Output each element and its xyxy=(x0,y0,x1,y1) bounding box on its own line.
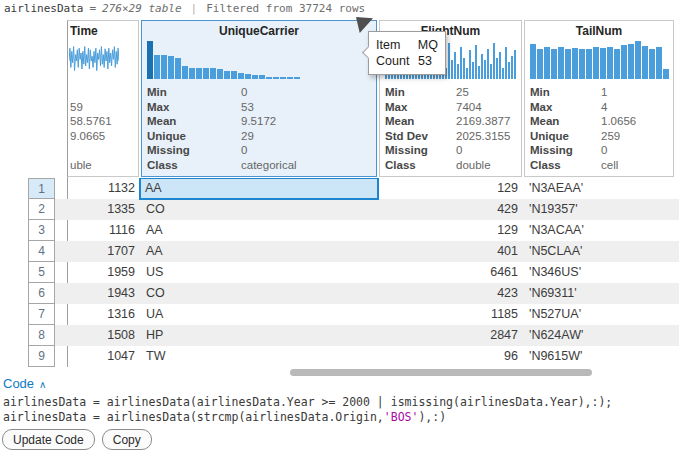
row-number[interactable]: 3 xyxy=(28,220,55,241)
histogram-bar[interactable] xyxy=(508,62,510,79)
histogram-bar[interactable] xyxy=(168,56,174,79)
histogram-bar[interactable] xyxy=(614,49,620,79)
histogram-bar[interactable] xyxy=(454,52,456,79)
cell-time[interactable]: 1316 xyxy=(67,304,139,325)
selected-cell-uniquecarrier[interactable]: AA xyxy=(139,178,379,200)
cell-uniquecarrier[interactable]: AA xyxy=(141,220,377,241)
cell-flightnum[interactable]: 6461 xyxy=(379,262,520,283)
histogram-bar[interactable] xyxy=(469,50,471,79)
histogram-bar[interactable] xyxy=(252,75,258,79)
histogram-bar[interactable] xyxy=(245,74,251,79)
copy-button[interactable]: Copy xyxy=(102,429,152,450)
row-number[interactable]: 2 xyxy=(28,199,55,220)
cell-uniquecarrier[interactable]: UA xyxy=(141,304,377,325)
row-number[interactable]: 9 xyxy=(28,346,55,367)
histogram-bar[interactable] xyxy=(189,68,195,79)
histogram-bar[interactable] xyxy=(663,69,669,79)
cell-time[interactable]: 1047 xyxy=(67,346,139,367)
histogram-bar[interactable] xyxy=(505,47,507,79)
cell-time[interactable]: 1335 xyxy=(67,199,139,220)
cell-tailnum[interactable]: 'N9615W' xyxy=(523,346,673,367)
row-number[interactable]: 5 xyxy=(28,262,55,283)
cell-time[interactable]: 1508 xyxy=(67,325,139,346)
cell-flightnum[interactable]: 2847 xyxy=(379,325,520,346)
histogram-bar[interactable] xyxy=(280,77,286,79)
histogram-bar[interactable] xyxy=(499,52,501,79)
row-number[interactable]: 6 xyxy=(28,283,55,304)
histogram-bar[interactable] xyxy=(551,49,557,79)
histogram-bar[interactable] xyxy=(493,43,495,79)
row-number[interactable]: 4 xyxy=(28,241,55,262)
histogram-bar[interactable] xyxy=(259,75,265,79)
histogram-bar[interactable] xyxy=(656,47,662,79)
histogram-bar[interactable] xyxy=(448,43,450,79)
histogram-bar[interactable] xyxy=(628,44,634,79)
histogram-bar[interactable] xyxy=(224,71,230,79)
histogram-bar[interactable] xyxy=(649,49,655,79)
histogram-bar[interactable] xyxy=(147,41,153,79)
histogram-bar[interactable] xyxy=(175,58,181,79)
update-code-button[interactable]: Update Code xyxy=(2,429,95,450)
cell-time[interactable]: 1116 xyxy=(67,220,139,241)
histogram-bar[interactable] xyxy=(572,48,578,79)
histogram-bar[interactable] xyxy=(511,56,513,79)
cell-time[interactable]: 1959 xyxy=(67,262,139,283)
histogram-bar[interactable] xyxy=(635,41,641,79)
cell-uniquecarrier[interactable]: US xyxy=(141,262,377,283)
cell-flightnum[interactable]: 96 xyxy=(379,346,520,367)
histogram-bar[interactable] xyxy=(475,45,477,79)
histogram-bar[interactable] xyxy=(154,55,160,79)
column-header-uniquecarrier[interactable]: UniqueCarrier Min0Max53Mean9.5172Unique2… xyxy=(141,20,377,177)
histogram-bar[interactable] xyxy=(502,68,504,79)
cell-tailnum[interactable]: 'N3AEAA' xyxy=(523,178,673,199)
cell-uniquecarrier[interactable]: AA xyxy=(141,241,377,262)
histogram-bar[interactable] xyxy=(182,66,188,79)
histogram-bar[interactable] xyxy=(463,58,465,79)
cell-flightnum[interactable]: 129 xyxy=(379,178,520,199)
row-number[interactable]: 7 xyxy=(28,304,55,325)
histogram-bar[interactable] xyxy=(478,66,480,79)
histogram-bar[interactable] xyxy=(484,60,486,79)
cell-tailnum[interactable]: 'N3ACAA' xyxy=(523,220,673,241)
cell-uniquecarrier[interactable]: TW xyxy=(141,346,377,367)
histogram-bar[interactable] xyxy=(196,68,202,79)
histogram-bar[interactable] xyxy=(481,54,483,79)
histogram-bar[interactable] xyxy=(544,47,550,79)
code-section-toggle[interactable]: Code∧ xyxy=(3,376,46,391)
histogram-bar[interactable] xyxy=(217,69,223,79)
histogram-bar[interactable] xyxy=(496,58,498,79)
histogram-bar[interactable] xyxy=(586,49,592,79)
histogram-bar[interactable] xyxy=(294,77,300,79)
row-number[interactable]: 1 xyxy=(28,178,55,199)
histogram-bar[interactable] xyxy=(490,64,492,79)
cell-time[interactable]: 1132 xyxy=(67,178,139,199)
histogram-bar[interactable] xyxy=(514,50,516,79)
histogram-bar[interactable] xyxy=(487,49,489,79)
cell-tailnum[interactable]: 'N19357' xyxy=(523,199,673,220)
histogram-bar[interactable] xyxy=(579,49,585,79)
cell-time[interactable]: 1943 xyxy=(67,283,139,304)
cell-tailnum[interactable]: 'N69311' xyxy=(523,283,673,304)
histogram-bar[interactable] xyxy=(472,62,474,79)
histogram-bar[interactable] xyxy=(642,46,648,79)
histogram-bar[interactable] xyxy=(203,68,209,79)
histogram-bar[interactable] xyxy=(466,68,468,79)
histogram-bar[interactable] xyxy=(530,44,536,79)
histogram-bar[interactable] xyxy=(621,45,627,79)
histogram-bar[interactable] xyxy=(287,77,293,79)
histogram-bar[interactable] xyxy=(210,68,216,79)
cell-tailnum[interactable]: 'N5CLAA' xyxy=(523,241,673,262)
histogram-bar[interactable] xyxy=(593,47,599,79)
cell-uniquecarrier[interactable]: HP xyxy=(141,325,377,346)
tailnum-histogram[interactable] xyxy=(530,41,670,79)
cell-time[interactable]: 1707 xyxy=(67,241,139,262)
cell-tailnum[interactable]: 'N346US' xyxy=(523,262,673,283)
histogram-bar[interactable] xyxy=(457,64,459,79)
cell-uniquecarrier[interactable]: CO xyxy=(141,283,377,304)
histogram-bar[interactable] xyxy=(266,77,272,79)
histogram-bar[interactable] xyxy=(238,73,244,79)
histogram-bar[interactable] xyxy=(231,71,237,79)
cell-uniquecarrier[interactable]: CO xyxy=(141,199,377,220)
histogram-bar[interactable] xyxy=(565,49,571,79)
cell-flightnum[interactable]: 423 xyxy=(379,283,520,304)
